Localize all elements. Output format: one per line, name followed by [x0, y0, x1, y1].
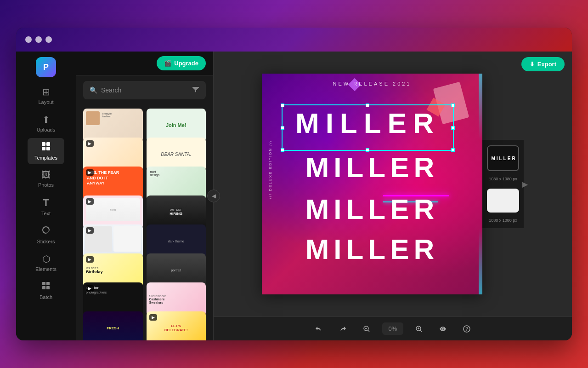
export-button[interactable]: ⬇ Export — [521, 57, 565, 71]
template-item[interactable]: ▶ FEEL THE FEARAND DO ITANYWAY — [83, 167, 143, 200]
preview-button[interactable] — [435, 321, 451, 337]
export-label: Export — [537, 61, 556, 68]
video-badge: ▶ — [86, 227, 94, 234]
svg-line-10 — [368, 330, 369, 332]
sidebar-label-text: Text — [41, 211, 51, 216]
app-logo[interactable]: P — [36, 57, 56, 77]
canvas-toolbar: 0% — [214, 316, 572, 340]
sidebar-item-photos[interactable]: 🖼 Photos — [28, 166, 64, 191]
zoom-out-button[interactable] — [358, 321, 375, 337]
collapse-panel-button[interactable]: ◀ — [207, 190, 220, 202]
template-preview: portrait — [147, 253, 206, 287]
right-panel-preview-1[interactable]: MILLER — [487, 145, 519, 171]
canvas-miller-row4[interactable]: MILLER — [262, 233, 482, 265]
search-input[interactable] — [101, 86, 188, 94]
filter-icon[interactable] — [192, 86, 199, 95]
sidebar-label-uploads: Uploads — [37, 127, 55, 132]
zoom-value-display: 0% — [382, 322, 404, 335]
template-item[interactable]: Sustainable CashmereSweaters — [147, 282, 206, 316]
canvas[interactable]: NEW RELEASE 2021 /// DELUXE EDITION /// — [262, 74, 482, 294]
video-badge: ▶ — [86, 198, 94, 205]
right-panel-preview-2[interactable] — [487, 189, 519, 213]
template-item[interactable]: FRESH — [83, 311, 143, 340]
template-item[interactable]: DEAR SANTA. — [147, 138, 206, 171]
undo-button[interactable] — [311, 321, 327, 337]
svg-line-14 — [420, 330, 422, 332]
template-preview: Join Me! — [166, 122, 187, 128]
canvas-miller-row1[interactable]: MILLER — [282, 107, 453, 139]
canvas-miller-row2[interactable]: MILLER — [262, 151, 482, 184]
layout-icon: ⊞ — [42, 86, 50, 98]
template-item[interactable]: lifestylefashion — [83, 109, 143, 142]
template-item[interactable]: ▶ — [83, 138, 143, 171]
upgrade-icon: 🎬 — [164, 60, 171, 67]
app-content: P ⊞ Layout ⬆ Uploads Temp — [16, 52, 572, 340]
export-area: ⬇ Export — [521, 57, 565, 71]
sidebar-label-stickers: Stickers — [37, 239, 55, 244]
canvas-top-text: NEW RELEASE 2021 — [262, 81, 482, 86]
template-item[interactable]: WE ARE HIRING — [147, 196, 206, 229]
template-item[interactable]: mintdesign — [147, 167, 206, 200]
preview-dark-bg: MILLER — [488, 146, 519, 170]
template-item[interactable]: dark theme — [147, 224, 206, 258]
template-item[interactable]: ▶ Call for photographers — [83, 282, 143, 316]
sidebar-item-layout[interactable]: ⊞ Layout — [28, 83, 64, 109]
templates-topbar: 🎬 Upgrade — [76, 52, 213, 75]
preview-white-bg — [487, 189, 519, 213]
sidebar: P ⊞ Layout ⬆ Uploads Temp — [16, 52, 76, 340]
zoom-in-button[interactable] — [411, 321, 427, 337]
search-bar: 🔍 — [83, 81, 206, 99]
traffic-light-minimize[interactable] — [35, 36, 42, 43]
preview-size-label: 1080 x 1080 px — [489, 177, 517, 181]
sidebar-item-templates[interactable]: Templates — [28, 138, 64, 164]
svg-rect-2 — [42, 147, 45, 150]
templates-wrapper: 🎬 Upgrade 🔍 — [76, 52, 214, 340]
photos-icon: 🖼 — [41, 170, 51, 180]
traffic-light-maximize[interactable] — [45, 36, 52, 43]
template-preview: lifestylefashion — [83, 109, 143, 128]
canvas-miller-row3[interactable]: MILLER — [262, 193, 482, 225]
upgrade-button[interactable]: 🎬 Upgrade — [157, 56, 206, 70]
template-preview: dark theme — [147, 224, 206, 258]
template-preview: FRESH — [83, 311, 143, 340]
sidebar-item-uploads[interactable]: ⬆ Uploads — [28, 110, 64, 136]
sidebar-label-layout: Layout — [38, 99, 53, 105]
elements-icon: ⬡ — [42, 253, 50, 264]
svg-rect-5 — [46, 282, 50, 285]
next-arrow[interactable]: ▶ — [522, 180, 528, 189]
sidebar-item-text[interactable]: T Text — [28, 193, 64, 220]
sidebar-item-batch[interactable]: Batch — [28, 277, 64, 304]
canvas-container: ▶ NEW RELEASE 2021 /// DELUXE EDITION // — [214, 52, 572, 316]
preview-size-label-2: 1080 x 1080 px — [489, 218, 517, 223]
template-item[interactable]: ▶ It's dan's Birthday — [83, 253, 143, 287]
template-item[interactable]: Join Me! — [147, 109, 206, 142]
svg-rect-3 — [46, 147, 50, 150]
template-item[interactable]: ▶ floral — [83, 196, 143, 229]
uploads-icon: ⬆ — [42, 114, 50, 125]
svg-rect-1 — [46, 142, 50, 146]
sidebar-label-elements: Elements — [35, 266, 57, 272]
sidebar-item-elements[interactable]: ⬡ Elements — [28, 250, 64, 276]
sidebar-label-templates: Templates — [34, 155, 57, 161]
text-icon: T — [43, 197, 49, 209]
template-item[interactable]: portrait — [147, 253, 206, 287]
help-button[interactable]: ? — [458, 321, 475, 337]
svg-rect-6 — [42, 286, 45, 289]
video-badge: ▶ — [149, 314, 157, 321]
canvas-area: ⬇ Export ▶ — [214, 52, 572, 340]
sidebar-label-batch: Batch — [40, 294, 52, 300]
template-item[interactable]: ▶ LET'SCELEBRATE! — [147, 311, 206, 340]
main-area: 🎬 Upgrade 🔍 — [76, 52, 572, 340]
upgrade-label: Upgrade — [174, 60, 198, 67]
templates-grid: lifestylefashion Join Me! ▶ — [76, 105, 213, 340]
template-item[interactable]: ▶ — [83, 224, 143, 258]
traffic-light-close[interactable] — [25, 36, 32, 43]
svg-text:?: ? — [466, 327, 469, 332]
redo-button[interactable] — [334, 321, 351, 337]
sidebar-item-stickers[interactable]: Stickers — [28, 222, 64, 248]
export-icon: ⬇ — [530, 61, 535, 68]
browser-window: P ⊞ Layout ⬆ Uploads Temp — [16, 28, 572, 340]
svg-rect-0 — [42, 142, 45, 146]
templates-icon — [41, 142, 51, 153]
template-preview: DEAR SANTA. — [147, 138, 206, 171]
